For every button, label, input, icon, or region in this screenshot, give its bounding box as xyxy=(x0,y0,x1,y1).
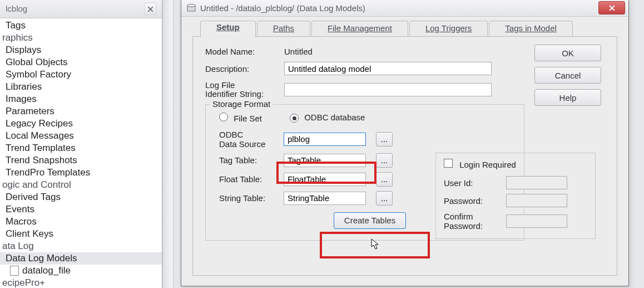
tab-file-management[interactable]: File Management xyxy=(311,21,408,37)
string-table-input[interactable] xyxy=(284,192,366,205)
tree-item-data-log-models[interactable]: Data Log Models xyxy=(0,252,162,265)
confirm-password-label: Confirm Password: xyxy=(444,212,499,231)
tree-item-ata-log[interactable]: ata Log xyxy=(0,240,162,252)
password-input[interactable] xyxy=(506,194,567,207)
tree-item-local-messages[interactable]: Local Messages xyxy=(0,130,162,142)
login-required-label: Login Required xyxy=(459,160,516,169)
tag-table-input[interactable] xyxy=(284,154,366,167)
project-tree[interactable]: TagsraphicsDisplaysGlobal ObjectsSymbol … xyxy=(0,18,162,288)
file-icon xyxy=(10,266,19,276)
sidebar-header: lcblog xyxy=(0,0,162,18)
tree-item-label: Trend Templates xyxy=(6,143,76,154)
odbc-source-browse[interactable]: ... xyxy=(376,132,393,147)
tree-item-raphics[interactable]: raphics xyxy=(0,32,162,44)
dialog-close-button[interactable] xyxy=(598,1,625,14)
odbc-source-input[interactable] xyxy=(284,133,366,146)
login-required-checkbox[interactable] xyxy=(444,159,453,168)
splitter[interactable] xyxy=(162,0,174,288)
tab-setup-panel: OK Cancel Help Model Name: Untitled Desc… xyxy=(192,36,617,276)
tree-item-label: ecipePro+ xyxy=(2,277,45,288)
tree-item-label: TrendPro Templates xyxy=(6,167,90,178)
tree-item-events[interactable]: Events xyxy=(0,203,162,216)
mouse-cursor-icon xyxy=(371,238,380,251)
float-table-browse[interactable]: ... xyxy=(376,172,393,187)
tree-item-trend-snapshots[interactable]: Trend Snapshots xyxy=(0,154,162,167)
tree-item-label: ata Log xyxy=(2,241,34,252)
tag-table-label: Tag Table: xyxy=(219,155,280,165)
explorer-sidebar: lcblog TagsraphicsDisplaysGlobal Objects… xyxy=(0,0,162,288)
radio-file-set-icon xyxy=(219,113,228,121)
model-name-label: Model Name: xyxy=(205,47,278,56)
tree-item-label: Legacy Recipes xyxy=(6,118,73,129)
login-panel: Login Required User Id: Password: Confir… xyxy=(435,153,596,239)
tree-item-label: Local Messages xyxy=(6,130,74,141)
tree-item-label: Symbol Factory xyxy=(6,69,71,80)
tree-item-libraries[interactable]: Libraries xyxy=(0,81,162,93)
tree-item-images[interactable]: Images xyxy=(0,93,162,105)
tree-item-trend-templates[interactable]: Trend Templates xyxy=(0,142,162,154)
description-input[interactable] xyxy=(284,62,492,75)
tree-item-label: Client Keys xyxy=(6,228,53,240)
help-button[interactable]: Help xyxy=(534,89,601,106)
tree-item-label: Displays xyxy=(6,45,41,56)
datalog-model-dialog: Untitled - /datalo_plcblog/ (Data Log Mo… xyxy=(181,0,629,286)
dialog-title: Untitled - /datalo_plcblog/ (Data Log Mo… xyxy=(200,3,594,13)
cancel-button[interactable]: Cancel xyxy=(534,67,601,84)
tree-item-trendpro-templates[interactable]: TrendPro Templates xyxy=(0,167,162,179)
tree-item-label: Libraries xyxy=(6,81,42,92)
tree-item-label: Global Objects xyxy=(6,57,68,68)
create-tables-button[interactable]: Create Tables xyxy=(334,212,406,229)
confirm-password-input[interactable] xyxy=(506,214,567,228)
tree-item-global-objects[interactable]: Global Objects xyxy=(0,56,162,69)
svg-point-1 xyxy=(187,4,195,7)
user-id-input[interactable] xyxy=(506,176,567,189)
storage-format-legend: Storage Format xyxy=(210,99,273,109)
tree-item-label: Data Log Models xyxy=(6,253,77,264)
string-table-label: String Table: xyxy=(219,193,280,203)
radio-odbc-database[interactable]: ODBC database xyxy=(290,113,365,123)
tree-item-macros[interactable]: Macros xyxy=(0,216,162,228)
tree-item-label: raphics xyxy=(2,32,33,43)
tree-item-tags[interactable]: Tags xyxy=(0,19,162,32)
tree-item-label: ogic and Control xyxy=(2,179,71,191)
password-label: Password: xyxy=(444,196,499,206)
tree-item-derived-tags[interactable]: Derived Tags xyxy=(0,191,162,203)
tree-item-label: Events xyxy=(6,204,34,215)
model-name-value: Untitled xyxy=(284,47,313,56)
tab-tags-in-model[interactable]: Tags in Model xyxy=(489,21,573,37)
ok-button[interactable]: OK xyxy=(534,45,601,61)
tree-item-label: Tags xyxy=(6,20,26,31)
tree-item-label: datalog_file xyxy=(22,265,71,276)
tree-item-symbol-factory[interactable]: Symbol Factory xyxy=(0,69,162,81)
tree-item-label: Parameters xyxy=(6,106,55,117)
tree-item-label: Derived Tags xyxy=(6,192,61,203)
dialog-icon xyxy=(187,3,196,12)
tab-paths[interactable]: Paths xyxy=(257,21,310,37)
string-table-browse[interactable]: ... xyxy=(376,191,393,206)
sidebar-title: lcblog xyxy=(6,0,27,18)
sidebar-close-button[interactable] xyxy=(144,3,156,15)
tree-item-legacy-recipes[interactable]: Legacy Recipes xyxy=(0,118,162,130)
float-table-label: Float Table: xyxy=(219,174,280,184)
dialog-titlebar: Untitled - /datalo_plcblog/ (Data Log Mo… xyxy=(181,0,628,17)
tree-item-label: Images xyxy=(6,94,37,105)
tab-setup[interactable]: Setup xyxy=(200,21,256,37)
tab-log-triggers[interactable]: Log Triggers xyxy=(409,21,488,37)
tree-item-label: Trend Snapshots xyxy=(6,155,77,166)
logfile-id-input[interactable] xyxy=(284,83,492,96)
description-label: Description: xyxy=(205,64,278,74)
radio-odbc-icon xyxy=(290,114,299,123)
tree-item-datalog-file[interactable]: datalog_file xyxy=(0,265,162,277)
radio-file-set[interactable]: File Set xyxy=(219,113,262,123)
odbc-source-label: ODBC Data Source xyxy=(219,130,280,149)
tree-item-parameters[interactable]: Parameters xyxy=(0,105,162,118)
logfile-id-label: Log File Identifier String: xyxy=(205,81,278,99)
tree-item-displays[interactable]: Displays xyxy=(0,44,162,56)
tree-item-ecipepro-[interactable]: ecipePro+ xyxy=(0,277,162,288)
tree-item-ogic-and-control[interactable]: ogic and Control xyxy=(0,179,162,191)
float-table-input[interactable] xyxy=(284,173,366,186)
dialog-tabs: SetupPathsFile ManagementLog TriggersTag… xyxy=(188,21,622,36)
tag-table-browse[interactable]: ... xyxy=(376,153,393,168)
tree-item-label: Macros xyxy=(6,216,37,227)
tree-item-client-keys[interactable]: Client Keys xyxy=(0,228,162,240)
